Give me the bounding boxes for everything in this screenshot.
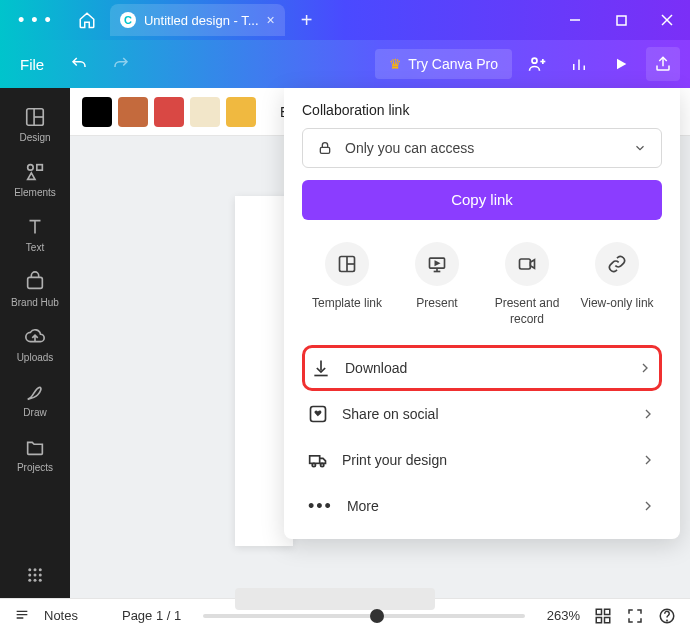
new-tab-button[interactable]: + [301,9,313,32]
sidebar-label: Brand Hub [11,297,59,308]
svg-point-20 [34,574,37,577]
swatch-yellow[interactable] [226,97,256,127]
share-panel: Collaboration link Only you can access C… [284,88,680,539]
svg-point-21 [39,574,42,577]
quick-label: Present and record [485,296,569,327]
svg-point-24 [39,579,42,582]
heart-icon [308,404,328,424]
minimize-button[interactable] [552,0,598,40]
svg-rect-14 [37,165,43,171]
swatch-black[interactable] [82,97,112,127]
action-label: Share on social [342,406,439,422]
svg-rect-32 [520,259,531,269]
print-design-option[interactable]: Print your design [302,437,662,483]
action-label: More [347,498,379,514]
tab-title: Untitled design - T... [144,13,259,28]
chevron-right-icon [637,360,653,376]
sidebar-item-draw[interactable]: Draw [0,371,70,426]
more-option[interactable]: ••• More [302,483,662,529]
more-icon: ••• [308,496,333,517]
try-canva-pro-button[interactable]: ♛ Try Canva Pro [375,49,512,79]
present-icon [427,254,447,274]
sidebar-label: Elements [14,187,56,198]
download-option[interactable]: Download [302,345,662,391]
chevron-right-icon [640,452,656,468]
access-dropdown[interactable]: Only you can access [302,128,662,168]
undo-button[interactable] [62,47,96,81]
template-link-button[interactable]: Template link [305,242,389,327]
svg-point-16 [28,568,31,571]
svg-rect-41 [605,617,610,622]
svg-point-13 [28,165,34,171]
sidebar-item-elements[interactable]: Elements [0,151,70,206]
slider-thumb[interactable] [370,609,384,623]
svg-rect-1 [617,16,626,25]
zoom-value[interactable]: 263% [547,608,580,623]
svg-rect-39 [605,609,610,614]
access-label: Only you can access [345,140,474,156]
sidebar-label: Uploads [17,352,54,363]
view-only-link-button[interactable]: View-only link [575,242,659,327]
svg-point-18 [39,568,42,571]
quick-label: Present [416,296,457,312]
file-menu[interactable]: File [10,50,54,79]
action-label: Download [345,360,407,376]
chevron-right-icon [640,406,656,422]
maximize-button[interactable] [598,0,644,40]
play-button[interactable] [604,47,638,81]
sidebar-item-projects[interactable]: Projects [0,426,70,481]
sidebar-item-uploads[interactable]: Uploads [0,316,70,371]
swatch-brown[interactable] [118,97,148,127]
svg-point-19 [28,574,31,577]
close-window-button[interactable] [644,0,690,40]
record-icon [517,254,537,274]
lock-icon [317,140,333,156]
svg-point-43 [667,620,668,621]
page-strip [235,588,435,610]
sidebar-item-text[interactable]: Text [0,206,70,261]
analytics-icon[interactable] [562,47,596,81]
svg-rect-15 [28,277,43,288]
svg-point-22 [28,579,31,582]
collab-link-title: Collaboration link [302,102,662,118]
svg-rect-25 [320,147,329,153]
notes-icon [14,608,30,624]
template-icon [337,254,357,274]
crown-icon: ♛ [389,56,402,72]
swatch-red[interactable] [154,97,184,127]
svg-point-23 [34,579,37,582]
share-social-option[interactable]: Share on social [302,391,662,437]
page-indicator[interactable]: Page 1 / 1 [122,608,181,623]
more-menu[interactable]: • • • [0,10,70,31]
browser-tab[interactable]: C Untitled design - T... × [110,4,285,36]
sidebar-label: Design [19,132,50,143]
svg-rect-38 [596,609,601,614]
fullscreen-icon[interactable] [626,607,644,625]
swatch-cream[interactable] [190,97,220,127]
quick-label: View-only link [580,296,653,312]
action-label: Print your design [342,452,447,468]
help-icon[interactable] [658,607,676,625]
svg-point-4 [532,58,537,63]
sidebar-label: Draw [23,407,46,418]
collaborate-icon[interactable] [520,47,554,81]
zoom-slider[interactable] [203,614,525,618]
canva-favicon: C [120,12,136,28]
close-tab-icon[interactable]: × [267,12,275,28]
link-icon [607,254,627,274]
sidebar-apps-grid[interactable] [0,552,70,598]
redo-button[interactable] [104,47,138,81]
grid-view-icon[interactable] [594,607,612,625]
present-button[interactable]: Present [395,242,479,327]
svg-point-37 [321,464,324,467]
sidebar-item-design[interactable]: Design [0,96,70,151]
present-record-button[interactable]: Present and record [485,242,569,327]
sidebar-item-brand-hub[interactable]: Brand Hub [0,261,70,316]
chevron-down-icon [633,141,647,155]
copy-link-button[interactable]: Copy link [302,180,662,220]
truck-icon [308,450,328,470]
notes-button[interactable]: Notes [44,608,78,623]
home-icon[interactable] [70,11,104,29]
chevron-right-icon [640,498,656,514]
share-button[interactable] [646,47,680,81]
